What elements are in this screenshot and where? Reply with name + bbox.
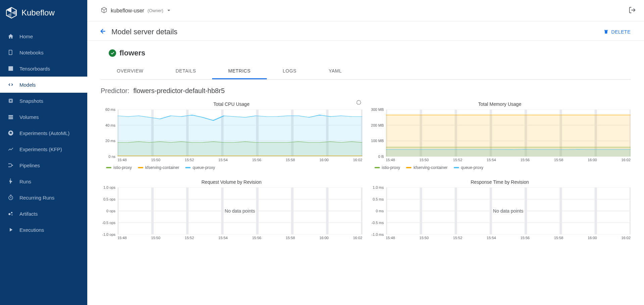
sidebar-item-artifacts[interactable]: Artifacts [0, 206, 87, 222]
chart-y-tick: -1.0 ms [371, 232, 386, 236]
logout-icon[interactable] [629, 6, 636, 15]
chart-y-tick: 300 MB [371, 107, 386, 112]
chart-x-tick: 16:00 [588, 158, 597, 162]
sidebar-item-pipelines[interactable]: Pipelines [0, 157, 87, 173]
legend-item[interactable]: queue-proxy [454, 165, 484, 170]
legend-item[interactable]: kfserving-container [138, 165, 179, 170]
sidebar-item-label: Volumes [19, 114, 39, 120]
logo[interactable]: Kubeflow [0, 0, 87, 28]
chart-area: 1.0 ops0.5 ops0 ops-0.5 ops-1.0 opsNo da… [117, 187, 362, 234]
sidebar-item-label: Recurring Runs [19, 195, 54, 201]
chart-y-tick: 0 ms [376, 209, 386, 213]
sidebar-item-label: Executions [19, 227, 44, 233]
chart-y-tick: -1.0 ops [102, 232, 117, 236]
chart-x-tick: 15:56 [521, 236, 530, 240]
legend-swatch-icon [185, 167, 191, 168]
tab-yaml[interactable]: YAML [312, 63, 358, 79]
tab-logs[interactable]: LOGS [267, 63, 313, 79]
chart-x-axis: 15:4815:5015:5215:5415:5615:5816:0016:02 [386, 157, 631, 162]
tab-metrics[interactable]: METRICS [212, 63, 267, 79]
legend-swatch-icon [375, 167, 380, 168]
sidebar-item-models[interactable]: Models [0, 77, 87, 93]
chart-x-tick: 15:50 [151, 158, 160, 162]
sidebar-item-experiments-automl-[interactable]: Experiments (AutoML) [0, 125, 87, 141]
chart-x-tick: 15:56 [252, 158, 261, 162]
chart-area: 300 MB200 MB100 MB0 B [386, 110, 631, 157]
legend-swatch-icon [106, 167, 111, 168]
predictor-row: Predictor: flowers-predictor-default-hb8… [101, 80, 631, 99]
no-data-message: No data points [225, 208, 255, 214]
chart-x-tick: 15:54 [218, 158, 228, 162]
legend-label: kfserving-container [413, 165, 447, 170]
model-heading: flowers [101, 41, 631, 61]
chart-x-tick: 15:50 [419, 236, 429, 240]
chart-icon [7, 65, 14, 72]
no-data-message: No data points [493, 208, 523, 214]
namespace-selector[interactable]: kubeflow-user (Owner) [101, 7, 171, 15]
svg-point-10 [8, 213, 10, 215]
namespace-name: kubeflow-user [111, 8, 144, 14]
svg-marker-2 [11, 10, 16, 15]
chart-x-tick: 15:52 [453, 236, 462, 240]
chart-x-tick: 15:58 [286, 158, 295, 162]
sidebar-item-experiments-kfp-[interactable]: Experiments (KFP) [0, 141, 87, 157]
chart-x-tick: 15:54 [487, 158, 496, 162]
svg-point-6 [8, 163, 9, 164]
sidebar-item-recurring-runs[interactable]: Recurring Runs [0, 189, 87, 206]
legend-swatch-icon [138, 167, 143, 168]
sidebar-item-executions[interactable]: Executions [0, 222, 87, 238]
chevron-down-icon [167, 8, 171, 14]
sidebar-item-tensorboards[interactable]: Tensorboards [0, 60, 87, 77]
book-icon [7, 49, 14, 56]
legend-label: istio-proxy [113, 165, 132, 170]
exp-icon [7, 146, 14, 152]
tab-details[interactable]: DETAILS [159, 63, 212, 79]
trash-icon [603, 29, 609, 35]
sidebar-item-label: Tensorboards [19, 66, 50, 72]
sidebar: Kubeflow HomeNotebooksTensorboardsModels… [0, 0, 87, 305]
sidebar-item-runs[interactable]: Runs [0, 173, 87, 189]
chart-title: Total CPU Usage [101, 99, 362, 110]
chart-x-tick: 16:02 [353, 158, 362, 162]
chart-area: 60 ms40 ms20 ms0 ns [117, 110, 362, 157]
legend-label: queue-proxy [461, 165, 484, 170]
chart-y-tick: 60 ms [105, 107, 117, 112]
sidebar-item-label: Experiments (KFP) [19, 146, 62, 152]
chart-y-tick: 0 B [378, 155, 386, 159]
sidebar-item-label: Snapshots [19, 98, 43, 104]
sidebar-item-notebooks[interactable]: Notebooks [0, 44, 87, 60]
legend-swatch-icon [406, 167, 411, 168]
back-arrow-icon[interactable] [99, 28, 107, 36]
svg-point-7 [8, 166, 9, 167]
chart-x-tick: 15:58 [554, 236, 563, 240]
sidebar-item-volumes[interactable]: Volumes [0, 109, 87, 125]
chart-x-tick: 15:48 [117, 158, 127, 162]
tab-overview[interactable]: OVERVIEW [101, 63, 159, 79]
chart-y-tick: 0 ns [108, 155, 117, 159]
run-icon [7, 178, 14, 185]
chart-y-tick: -0.5 ops [102, 221, 117, 225]
sidebar-item-label: Artifacts [19, 211, 38, 217]
cube-icon [101, 7, 107, 15]
kubeflow-logo-icon [5, 7, 17, 19]
topbar: kubeflow-user (Owner) [87, 0, 644, 21]
brand-name: Kubeflow [21, 8, 55, 17]
legend-item[interactable]: kfserving-container [406, 165, 447, 170]
legend-item[interactable]: istio-proxy [375, 165, 400, 170]
status-ok-icon [109, 49, 116, 57]
legend-item[interactable]: istio-proxy [106, 165, 132, 170]
chart-x-axis: 15:4815:5015:5215:5415:5615:5816:0016:02 [117, 157, 362, 162]
chart-x-tick: 15:58 [554, 158, 563, 162]
legend-item[interactable]: queue-proxy [185, 165, 215, 170]
sidebar-item-snapshots[interactable]: Snapshots [0, 93, 87, 109]
chart-title: Request Volume by Revision [101, 177, 362, 187]
sidebar-item-home[interactable]: Home [0, 28, 87, 44]
svg-rect-5 [10, 100, 12, 102]
delete-button[interactable]: DELETE [603, 29, 631, 35]
chart-x-tick: 15:54 [218, 236, 228, 240]
chart-x-tick: 15:48 [117, 236, 127, 240]
chart-title: Total Memory Usage [369, 99, 631, 110]
sidebar-item-label: Runs [19, 179, 31, 184]
chart-x-tick: 16:00 [319, 236, 329, 240]
chart-y-tick: 1.0 ops [103, 185, 117, 189]
